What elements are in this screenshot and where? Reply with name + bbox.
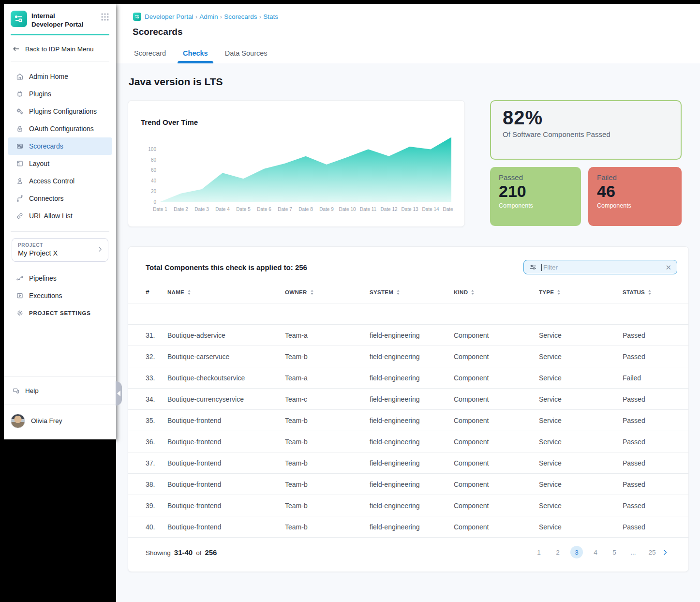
passed-card: Passed 210 Components <box>490 167 581 226</box>
table-row[interactable]: 36. Boutique-frontend Team-b field-engin… <box>128 431 688 452</box>
passed-failed-row: Passed 210 Components Failed 46 Componen… <box>490 167 682 226</box>
executions-icon <box>16 292 24 300</box>
breadcrumb-link[interactable]: Scorecards <box>224 13 257 20</box>
page-number[interactable]: 2 <box>551 546 564 558</box>
project-selector[interactable]: PROJECT My Project X <box>12 238 108 262</box>
help-label: Help <box>25 387 39 394</box>
project-label: PROJECT <box>18 242 95 248</box>
clear-filter-icon[interactable]: ✕ <box>665 264 671 271</box>
chart-title: Trend Over Time <box>141 118 454 126</box>
column-header-kind[interactable]: KIND <box>454 289 539 295</box>
table-body: 31. Boutique-adservice Team-a field-engi… <box>128 303 688 538</box>
components-table-card: Total Components this check is applied t… <box>128 246 689 572</box>
svg-text:Date 11: Date 11 <box>360 207 377 212</box>
cell-system: field-engineering <box>370 459 454 467</box>
cell-kind: Component <box>454 438 539 446</box>
column-header-status[interactable]: STATUS <box>623 289 671 295</box>
page-number[interactable]: 4 <box>589 546 602 558</box>
breadcrumb-link[interactable]: Admin <box>199 13 218 20</box>
sidebar-item-access-control[interactable]: Access Control <box>8 172 112 190</box>
cell-number: 37. <box>146 459 167 467</box>
percent-passed-card: 82% Of Software Components Passed <box>490 100 682 160</box>
sidebar-item-connectors[interactable]: Connectors <box>8 190 112 207</box>
table-row[interactable]: 38. Boutique-frontend Team-b field-engin… <box>128 474 688 495</box>
cell-owner: Team-a <box>285 331 370 339</box>
cell-owner: Team-b <box>285 438 370 446</box>
sidebar-logo-row: Internal Developer Portal <box>4 4 116 32</box>
cell-status: Passed <box>623 331 671 339</box>
column-header-number[interactable]: # <box>146 288 167 296</box>
user-menu[interactable]: Olivia Frey <box>4 405 116 439</box>
column-header-system[interactable]: SYSTEM <box>370 289 454 295</box>
help-button[interactable]: Help <box>4 376 116 405</box>
column-header-type[interactable]: TYPE <box>539 289 623 295</box>
breadcrumb-items: Developer Portal › Admin › Scorecards › … <box>145 13 278 20</box>
table-row[interactable]: 33. Boutique-checkoutservice Team-a fiel… <box>128 367 688 389</box>
sidebar-item-url-allow-list[interactable]: URL Allow List <box>8 207 112 225</box>
sidebar-collapse-handle[interactable] <box>116 381 122 406</box>
svg-text:100: 100 <box>148 147 156 152</box>
cell-type: Service <box>539 502 623 510</box>
sort-icon <box>396 289 400 295</box>
cell-status: Passed <box>623 502 671 510</box>
page-number[interactable]: 1 <box>533 546 545 558</box>
column-header-name[interactable]: NAME <box>167 289 285 295</box>
breadcrumb-link[interactable]: Stats <box>263 13 278 20</box>
cell-name: Boutique-currencyservice <box>167 395 285 403</box>
table-row[interactable]: 32. Boutique-carservuce Team-b field-eng… <box>128 346 688 367</box>
sidebar-item-admin-home[interactable]: Admin Home <box>8 68 112 85</box>
filter-input[interactable]: Filter ✕ <box>523 260 677 274</box>
filter-sliders-icon <box>529 263 537 271</box>
tab-data-sources[interactable]: Data Sources <box>225 49 268 63</box>
sidebar-item-layout[interactable]: Layout <box>8 155 112 172</box>
table-row[interactable]: 40. Boutique-frontend Team-b field-engin… <box>128 516 688 538</box>
cell-name: Boutique-frontend <box>167 438 285 446</box>
back-to-idp-menu[interactable]: Back to IDP Main Menu <box>4 35 116 61</box>
next-page-icon[interactable] <box>658 546 671 558</box>
svg-text:Date 8: Date 8 <box>298 207 313 212</box>
cell-name: Boutique-carservuce <box>167 353 285 361</box>
table-row[interactable]: 35. Boutique-frontend Team-b field-engin… <box>128 410 688 431</box>
page-number[interactable]: 5 <box>608 546 621 558</box>
page-number[interactable]: 25 <box>646 546 658 558</box>
breadcrumb: Developer Portal › Admin › Scorecards › … <box>133 13 278 21</box>
table-row[interactable]: 34. Boutique-currencyservice Team-c fiel… <box>128 389 688 410</box>
sidebar-item-plugins-configurations[interactable]: Plugins Configurations <box>8 103 112 120</box>
svg-text:Date 3: Date 3 <box>194 207 209 212</box>
cell-number: 34. <box>146 395 167 403</box>
breadcrumb-separator: › <box>194 14 200 20</box>
breadcrumb-link[interactable]: Developer Portal <box>145 13 194 20</box>
cell-kind: Component <box>454 523 539 531</box>
cell-kind: Component <box>454 353 539 361</box>
sidebar-item-plugins[interactable]: Plugins <box>8 85 112 103</box>
column-header-owner[interactable]: OWNER <box>285 289 370 295</box>
pagination-summary: Showing 31-40 of 256 <box>146 548 217 557</box>
sidebar-item-scorecards[interactable]: Scorecards <box>8 137 112 155</box>
tab-scorecard[interactable]: Scorecard <box>134 49 166 63</box>
cell-type: Service <box>539 353 623 361</box>
tab-checks[interactable]: Checks <box>183 49 208 63</box>
sidebar-item-oauth-configurations[interactable]: OAuth Configurations <box>8 120 112 137</box>
cell-number: 33. <box>146 374 167 382</box>
app-grid-menu-icon[interactable] <box>101 11 109 23</box>
table-title: Total Components this check is applied t… <box>146 263 307 271</box>
cell-name: Boutique-frontend <box>167 459 285 467</box>
cell-name: Boutique-frontend <box>167 417 285 424</box>
table-row[interactable]: 37. Boutique-frontend Team-b field-engin… <box>128 452 688 474</box>
table-row[interactable] <box>128 303 688 325</box>
failed-caption: Components <box>597 202 673 209</box>
table-row[interactable]: 31. Boutique-adservice Team-a field-engi… <box>128 325 688 346</box>
cell-type: Service <box>539 395 623 403</box>
cell-status: Passed <box>623 481 671 488</box>
chat-help-icon <box>12 387 20 395</box>
svg-text:Date 6: Date 6 <box>257 207 271 212</box>
cell-owner: Team-b <box>285 353 370 361</box>
sidebar-item-project-settings[interactable]: PROJECT SETTINGS <box>8 304 112 322</box>
cell-name: Boutique-frontend <box>167 481 285 488</box>
sidebar-item-pipelines[interactable]: Pipelines <box>8 270 112 287</box>
gears-icon <box>16 107 24 115</box>
table-row[interactable]: 39. Boutique-frontend Team-b field-engin… <box>128 495 688 516</box>
page-number[interactable]: 3 <box>570 546 583 558</box>
content: Java version is LTS Trend Over Time 0204… <box>116 63 700 602</box>
sidebar-item-executions[interactable]: Executions <box>8 287 112 304</box>
